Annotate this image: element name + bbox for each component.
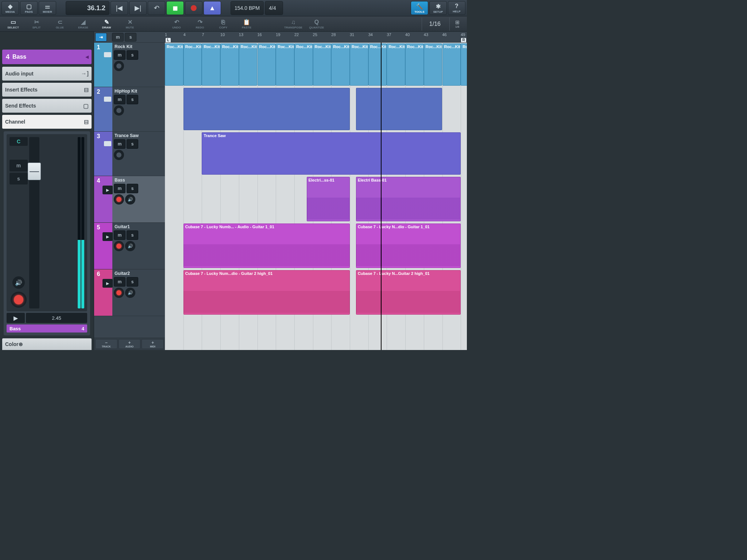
track-row[interactable]: 2 HipHop Kit m s — [94, 87, 165, 132]
channel-row[interactable]: Channel⊟ — [2, 115, 92, 129]
setup-button[interactable]: ✱SETUP — [429, 1, 447, 15]
channel-fader-value[interactable]: 2.45 — [26, 313, 87, 323]
track-solo[interactable]: s — [127, 50, 138, 60]
clip[interactable]: Cubase 7 - Lucky Num...dio - Guitar 2 hi… — [183, 270, 350, 315]
split-tool[interactable]: ✂SPLIT — [26, 18, 47, 31]
clip[interactable]: Electri Bass-01 — [356, 177, 461, 221]
channel-pan[interactable]: C — [9, 137, 28, 146]
track-play-icon[interactable]: ▶ — [102, 186, 113, 194]
channel-monitor[interactable]: 🔊 — [12, 276, 25, 289]
quantize-value[interactable]: 1/16 — [422, 18, 448, 31]
stop-button[interactable]: ◼ — [166, 1, 184, 15]
glue-tool[interactable]: ⊂GLUE — [49, 18, 71, 31]
playhead[interactable] — [381, 43, 382, 350]
copy-button[interactable]: ⎘COPY — [212, 18, 234, 31]
pads-button[interactable]: ▢PADS — [20, 1, 38, 15]
help-button[interactable]: ?HELP — [448, 1, 465, 15]
track-row[interactable]: 5 ▶ Guitar1 m s 🔊 — [94, 223, 165, 269]
track-mute[interactable]: m — [114, 277, 125, 287]
clip[interactable]: Trance Saw — [202, 132, 461, 175]
track-record-arm[interactable] — [114, 105, 124, 116]
channel-record-arm[interactable] — [11, 292, 27, 308]
timesig-display[interactable]: 4/4 — [265, 1, 283, 15]
left-locator[interactable]: L — [166, 38, 171, 42]
clip[interactable]: Roc...Kit — [461, 43, 467, 86]
track-record-arm[interactable] — [114, 194, 124, 205]
track-solo[interactable]: s — [127, 95, 138, 104]
selected-track-header[interactable]: 4 Bass ◀ — [2, 50, 92, 64]
track-solo[interactable]: s — [127, 139, 138, 149]
clip[interactable]: Cubase 7 - Lucky N...Guitar 2 high_01 — [356, 270, 461, 315]
arrangement-area[interactable]: L R 1471013161922252831343740434649 Roc.… — [165, 32, 467, 350]
track-record-arm[interactable] — [114, 288, 124, 298]
select-tool[interactable]: ▭SELECT — [2, 18, 24, 31]
locate-button[interactable]: ⇥ — [95, 33, 107, 42]
track-mute[interactable]: m — [114, 139, 125, 149]
clip[interactable]: Roc...Kit — [442, 43, 461, 86]
clip[interactable]: Roc...Kit — [424, 43, 442, 86]
mixer-button[interactable]: ⚌MIXER — [39, 1, 56, 15]
clip[interactable] — [183, 88, 350, 130]
track-monitor[interactable]: 🔊 — [125, 241, 135, 251]
cycle-button[interactable]: ↶ — [148, 1, 165, 15]
track-play-icon[interactable]: ▶ — [102, 279, 113, 288]
track-play-icon[interactable]: ▶ — [102, 232, 113, 241]
redo-button[interactable]: ↷REDO — [189, 18, 211, 31]
track-solo[interactable]: s — [127, 184, 138, 193]
forward-button[interactable]: ▶| — [129, 1, 147, 15]
track-record-arm[interactable] — [114, 241, 124, 251]
clip[interactable]: Roc...Kit — [368, 43, 387, 86]
add-midi-button[interactable]: +MIDI — [142, 339, 164, 349]
clip[interactable]: Cubase 7 - Lucky Numb... - Audio - Guita… — [183, 223, 350, 268]
clip[interactable]: Roc...Kit — [331, 43, 350, 86]
rewind-button[interactable]: |◀ — [111, 1, 128, 15]
metronome-button[interactable]: ▲ — [204, 1, 221, 15]
track-mute[interactable]: m — [114, 184, 125, 193]
tempo-display[interactable]: 154.0 BPM — [231, 1, 264, 15]
global-mute[interactable]: m — [112, 33, 124, 42]
clip[interactable]: Roc...Kit — [165, 43, 183, 86]
track-solo[interactable]: s — [127, 230, 138, 240]
track-solo[interactable]: s — [127, 277, 138, 287]
clip[interactable]: Roc...Kit — [202, 43, 220, 86]
clip[interactable] — [356, 88, 442, 130]
audio-input-row[interactable]: Audio input→] — [2, 67, 92, 81]
track-mute[interactable]: m — [114, 230, 125, 240]
clip[interactable]: Roc...Kit — [405, 43, 424, 86]
clip[interactable]: Roc...Kit — [183, 43, 202, 86]
position-counter[interactable]: 36.1.2 — [66, 1, 109, 15]
timeline-ruler[interactable]: L R 1471013161922252831343740434649 — [165, 32, 467, 43]
events-area[interactable]: Roc...KitRoc...KitRoc...KitRoc...KitRoc.… — [165, 43, 467, 350]
clip[interactable]: Cubase 7 - Lucky N...dio - Guitar 1_01 — [356, 223, 461, 268]
clip[interactable]: Roc...Kit — [258, 43, 276, 86]
undo-button[interactable]: ↶UNDO — [166, 18, 187, 31]
track-record-arm[interactable] — [114, 61, 124, 71]
track-row[interactable]: 3 Trance Saw m s — [94, 132, 165, 176]
track-mute[interactable]: m — [114, 50, 125, 60]
track-monitor[interactable]: 🔊 — [125, 288, 135, 298]
track-row[interactable]: 4 ▶ Bass m s 🔊 — [94, 176, 165, 223]
grid-button[interactable]: ⊞1/8 — [449, 18, 465, 31]
clip[interactable]: Roc...Kit — [276, 43, 294, 86]
channel-play[interactable]: ▶ — [7, 313, 25, 323]
clip[interactable]: Roc...Kit — [294, 43, 313, 86]
record-button[interactable] — [185, 1, 202, 15]
track-record-arm[interactable] — [114, 150, 124, 160]
quantize-button[interactable]: QQUANTIZE — [306, 18, 328, 31]
remove-track-button[interactable]: −TRACK — [95, 339, 117, 349]
channel-solo[interactable]: s — [9, 173, 28, 184]
mute-tool[interactable]: ✕MUTE — [119, 18, 141, 31]
send-effects-row[interactable]: Send Effects▢ — [2, 99, 92, 113]
clip[interactable]: Roc...Kit — [239, 43, 258, 86]
erase-tool[interactable]: ◢ERASE — [72, 18, 94, 31]
channel-mute[interactable]: m — [9, 160, 28, 171]
track-mute[interactable]: m — [114, 95, 125, 104]
fader-handle[interactable] — [28, 163, 41, 180]
clip[interactable]: Roc...Kit — [220, 43, 239, 86]
clip[interactable]: Electri...ss-01 — [307, 177, 350, 221]
track-monitor[interactable]: 🔊 — [125, 194, 135, 205]
transpose-button[interactable]: ♫TRANSPOSE — [282, 18, 304, 31]
add-audio-button[interactable]: +AUDIO — [119, 339, 141, 349]
track-row[interactable]: 1 Rock Kit m s — [94, 43, 165, 87]
right-locator[interactable]: R — [461, 38, 466, 42]
